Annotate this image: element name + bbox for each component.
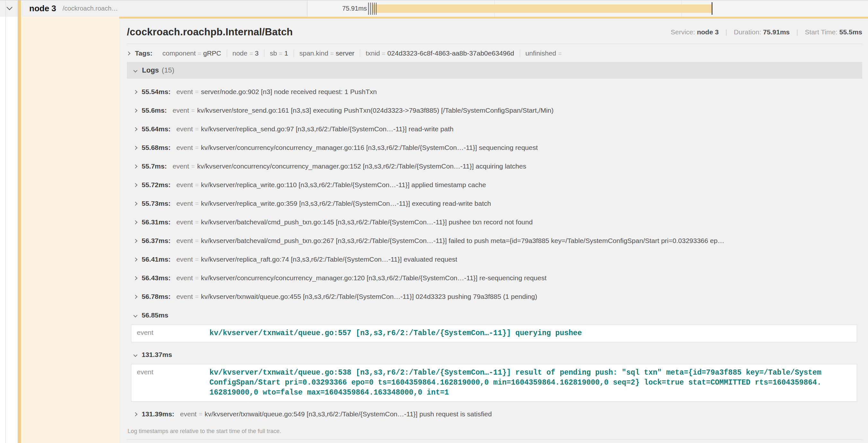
log-row[interactable]: 56.43ms:event=kv/kvserver/concurrency/co… — [127, 269, 862, 287]
span-duration-bar[interactable] — [373, 4, 712, 13]
span-detail-panel: /cockroach.roachpb.Internal/Batch Servic… — [119, 17, 868, 443]
start-time-value: 55.5ms — [839, 28, 862, 36]
chevron-right-icon[interactable] — [133, 412, 137, 416]
log-rows: 55.54ms:event=server/node.go:902 [n3] no… — [127, 79, 862, 423]
span-accent-stripe — [18, 0, 21, 443]
tag-item: component=gRPC — [157, 49, 226, 57]
log-field-name: event — [176, 293, 193, 301]
log-row[interactable]: 55.7ms:event=kv/kvserver/concurrency/con… — [127, 157, 862, 176]
chevron-right-icon[interactable] — [133, 127, 137, 131]
log-timestamp: 55.64ms: — [142, 125, 170, 133]
detail-header: /cockroach.roachpb.Internal/Batch Servic… — [127, 19, 862, 44]
log-message: kv/kvserver/concurrency/concurrency_mana… — [201, 274, 547, 282]
log-message: kv/kvserver/replica_send.go:97 [n3,s3,r6… — [201, 125, 453, 133]
log-field-name: event — [180, 410, 196, 418]
equals-sign: = — [382, 50, 385, 57]
tag-key: unfinished — [526, 49, 556, 57]
equals-sign: = — [249, 50, 253, 57]
tag-key: txnid — [366, 49, 380, 57]
log-row[interactable]: 55.64ms:event=kv/kvserver/replica_send.g… — [127, 120, 862, 138]
tag-item: node=3 — [227, 49, 265, 57]
span-operation-name: /cockroach.roach… — [63, 5, 118, 12]
meta-divider: | — [725, 28, 727, 36]
log-detail-card: eventkv/kvserver/txnwait/queue.go:538 [n… — [131, 364, 857, 402]
chevron-right-icon[interactable] — [133, 108, 137, 113]
log-message: kv/kvserver/batcheval/cmd_push_txn.go:26… — [201, 237, 724, 245]
chevron-right-icon[interactable] — [133, 258, 137, 262]
tag-value: gRPC — [203, 49, 221, 57]
log-row[interactable]: 56.78ms:event=kv/kvserver/txnwait/queue.… — [127, 287, 862, 306]
log-message: kv/kvserver/replica_write.go:359 [n3,s3,… — [201, 200, 491, 207]
logs-accordion[interactable]: Logs (15) — [127, 62, 862, 79]
log-field-name: event — [176, 181, 193, 189]
log-timestamp: 131.37ms — [142, 351, 172, 359]
log-timestamp: 56.43ms: — [142, 274, 170, 282]
tag-value: server — [336, 49, 354, 57]
chevron-down-icon[interactable] — [133, 313, 137, 317]
log-tick-marks — [368, 3, 378, 15]
chevron-right-icon[interactable] — [126, 52, 130, 56]
log-row[interactable]: 55.54ms:event=server/node.go:902 [n3] no… — [127, 82, 862, 101]
log-row[interactable]: 55.68ms:event=kv/kvserver/concurrency/co… — [127, 138, 862, 157]
chevron-down-icon[interactable] — [133, 68, 137, 73]
tag-item: unfinished= — [520, 49, 569, 57]
log-timestamp: 56.31ms: — [142, 218, 170, 226]
tag-value: 3 — [255, 49, 258, 57]
span-timeline[interactable]: 75.91ms — [307, 0, 868, 17]
log-timestamp: 56.41ms: — [142, 255, 170, 263]
chevron-right-icon[interactable] — [133, 183, 137, 187]
tag-item: span.kind=server — [293, 49, 360, 57]
log-field-name: event — [176, 125, 193, 133]
chevron-down-icon[interactable] — [133, 353, 137, 357]
log-row-expanded-header[interactable]: 56.85ms — [127, 306, 862, 325]
duration-label: Duration: — [734, 28, 761, 36]
log-timestamp: 55.68ms: — [142, 144, 170, 151]
logs-footnote: Log timestamps are relative to the start… — [127, 424, 862, 440]
chevron-right-icon[interactable] — [133, 146, 137, 150]
tags-label: Tags: — [135, 49, 152, 57]
log-row[interactable]: 56.41ms:event=kv/kvserver/replica_raft.g… — [127, 250, 862, 269]
log-row[interactable]: 56.31ms:event=kv/kvserver/batcheval/cmd_… — [127, 213, 862, 232]
chevron-right-icon[interactable] — [133, 220, 137, 225]
equals-sign: = — [279, 50, 282, 57]
tag-key: component — [162, 49, 196, 57]
log-message: kv/kvserver/txnwait/queue.go:455 [n3,s3,… — [201, 293, 537, 301]
chevron-right-icon[interactable] — [133, 202, 137, 206]
chevron-right-icon[interactable] — [133, 90, 137, 94]
log-row[interactable]: 56.37ms:event=kv/kvserver/batcheval/cmd_… — [127, 232, 862, 250]
logs-label: Logs — [142, 66, 159, 74]
log-field-name: event — [131, 325, 210, 342]
equals-sign: = — [195, 237, 198, 244]
chevron-right-icon[interactable] — [133, 239, 137, 243]
tag-key: node — [232, 49, 248, 57]
equals-sign: = — [195, 218, 198, 226]
log-row-expanded-header[interactable]: 131.37ms — [127, 345, 862, 364]
log-row[interactable]: 55.6ms:event=kv/kvserver/store_send.go:1… — [127, 101, 862, 120]
log-row[interactable]: 55.72ms:event=kv/kvserver/replica_write.… — [127, 176, 862, 194]
log-row[interactable]: 131.39ms:event=kv/kvserver/txnwait/queue… — [127, 405, 862, 423]
service-label: Service: — [671, 28, 695, 36]
log-timestamp: 55.73ms: — [142, 200, 170, 207]
log-message: kv/kvserver/txnwait/queue.go:549 [n3,s3,… — [205, 410, 492, 418]
log-message: kv/kvserver/concurrency/concurrency_mana… — [197, 163, 526, 170]
left-gutter — [0, 17, 18, 443]
tag-list: component=gRPCnode=3sb=1span.kind=server… — [157, 49, 569, 57]
page-title: /cockroach.roachpb.Internal/Batch — [127, 26, 293, 38]
chevron-right-icon[interactable] — [133, 295, 137, 299]
log-field-name: event — [176, 218, 193, 226]
log-row[interactable]: 55.73ms:event=kv/kvserver/replica_write.… — [127, 194, 862, 213]
log-timestamp: 55.72ms: — [142, 181, 170, 189]
span-name-cell[interactable]: node 3 /cockroach.roach… — [18, 0, 307, 17]
span-row[interactable]: node 3 /cockroach.roach… 75.91ms — [0, 0, 868, 17]
chevron-right-icon[interactable] — [133, 164, 137, 169]
equals-sign: = — [195, 144, 198, 151]
log-message: kv/kvserver/batcheval/cmd_push_txn.go:14… — [201, 218, 533, 226]
chevron-right-icon[interactable] — [133, 276, 137, 280]
log-message: server/node.go:902 [n3] node received re… — [201, 88, 377, 96]
tag-item: sb=1 — [264, 49, 293, 57]
log-message: kv/kvserver/replica_write.go:110 [n3,s3,… — [201, 181, 486, 189]
log-timestamp: 55.6ms: — [142, 107, 167, 114]
tags-accordion[interactable]: Tags: component=gRPCnode=3sb=1span.kind=… — [127, 44, 862, 62]
equals-sign: = — [191, 107, 195, 114]
tag-value: 024d3323-6c8f-4863-aa8b-37ab0e63496d — [388, 49, 514, 57]
